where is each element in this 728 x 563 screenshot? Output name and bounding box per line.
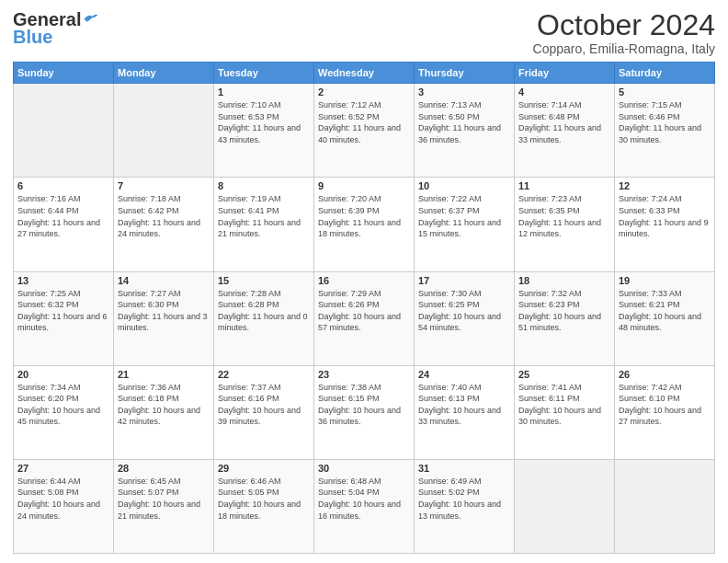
- day-info: Sunrise: 7:40 AM Sunset: 6:13 PM Dayligh…: [418, 382, 510, 428]
- weekday-header-sunday: Sunday: [14, 63, 114, 84]
- day-number: 4: [518, 86, 610, 98]
- day-info: Sunrise: 6:46 AM Sunset: 5:05 PM Dayligh…: [218, 476, 310, 522]
- logo: General Blue: [13, 9, 99, 48]
- day-number: 14: [118, 275, 210, 286]
- day-info: Sunrise: 7:23 AM Sunset: 6:35 PM Dayligh…: [518, 193, 610, 239]
- day-number: 24: [418, 369, 510, 380]
- day-info: Sunrise: 6:45 AM Sunset: 5:07 PM Dayligh…: [118, 476, 210, 522]
- calendar-cell: 22 Sunrise: 7:37 AM Sunset: 6:16 PM Dayl…: [214, 365, 314, 459]
- day-number: 3: [418, 86, 510, 98]
- calendar-cell: [515, 459, 615, 553]
- day-number: 10: [418, 180, 510, 191]
- calendar-week-2: 6 Sunrise: 7:16 AM Sunset: 6:44 PM Dayli…: [14, 178, 715, 271]
- calendar-cell: 23 Sunrise: 7:38 AM Sunset: 6:15 PM Dayl…: [314, 365, 415, 459]
- calendar-cell: [14, 84, 114, 178]
- calendar-cell: 6 Sunrise: 7:16 AM Sunset: 6:44 PM Dayli…: [14, 178, 114, 271]
- day-number: 29: [218, 463, 310, 474]
- page-subtitle: Copparo, Emilia-Romagna, Italy: [533, 41, 715, 56]
- calendar-week-1: 1 Sunrise: 7:10 AM Sunset: 6:53 PM Dayli…: [14, 84, 715, 178]
- calendar-cell: 15 Sunrise: 7:28 AM Sunset: 6:28 PM Dayl…: [214, 271, 314, 365]
- weekday-header-tuesday: Tuesday: [214, 63, 314, 84]
- day-info: Sunrise: 7:28 AM Sunset: 6:28 PM Dayligh…: [218, 288, 310, 334]
- day-info: Sunrise: 7:37 AM Sunset: 6:16 PM Dayligh…: [218, 382, 310, 428]
- day-info: Sunrise: 7:13 AM Sunset: 6:50 PM Dayligh…: [418, 99, 510, 145]
- day-info: Sunrise: 7:36 AM Sunset: 6:18 PM Dayligh…: [118, 382, 210, 428]
- day-number: 5: [619, 86, 711, 98]
- day-number: 11: [518, 180, 610, 191]
- calendar-cell: 25 Sunrise: 7:41 AM Sunset: 6:11 PM Dayl…: [515, 365, 615, 459]
- calendar-cell: 4 Sunrise: 7:14 AM Sunset: 6:48 PM Dayli…: [515, 84, 615, 178]
- calendar-cell: 9 Sunrise: 7:20 AM Sunset: 6:39 PM Dayli…: [314, 178, 415, 271]
- calendar-cell: 2 Sunrise: 7:12 AM Sunset: 6:52 PM Dayli…: [314, 84, 415, 178]
- day-info: Sunrise: 7:18 AM Sunset: 6:42 PM Dayligh…: [118, 193, 210, 239]
- calendar-week-5: 27 Sunrise: 6:44 AM Sunset: 5:08 PM Dayl…: [14, 459, 715, 553]
- day-info: Sunrise: 7:29 AM Sunset: 6:26 PM Dayligh…: [318, 288, 410, 334]
- day-info: Sunrise: 7:10 AM Sunset: 6:53 PM Dayligh…: [218, 99, 310, 145]
- calendar-cell: 27 Sunrise: 6:44 AM Sunset: 5:08 PM Dayl…: [14, 459, 114, 553]
- day-number: 31: [418, 463, 510, 474]
- calendar-cell: 20 Sunrise: 7:34 AM Sunset: 6:20 PM Dayl…: [14, 365, 114, 459]
- day-number: 2: [318, 86, 410, 98]
- day-number: 20: [17, 369, 109, 380]
- day-number: 26: [619, 369, 711, 380]
- calendar-cell: 8 Sunrise: 7:19 AM Sunset: 6:41 PM Dayli…: [214, 178, 314, 271]
- weekday-header-thursday: Thursday: [415, 63, 515, 84]
- day-info: Sunrise: 7:15 AM Sunset: 6:46 PM Dayligh…: [619, 99, 711, 145]
- calendar-cell: 16 Sunrise: 7:29 AM Sunset: 6:26 PM Dayl…: [314, 271, 415, 365]
- page: General Blue October 2024 Copparo, Emili…: [0, 0, 728, 563]
- day-info: Sunrise: 6:44 AM Sunset: 5:08 PM Dayligh…: [17, 476, 109, 522]
- day-info: Sunrise: 7:34 AM Sunset: 6:20 PM Dayligh…: [17, 382, 109, 428]
- day-info: Sunrise: 7:12 AM Sunset: 6:52 PM Dayligh…: [318, 99, 410, 145]
- day-info: Sunrise: 6:48 AM Sunset: 5:04 PM Dayligh…: [318, 476, 410, 522]
- calendar-cell: 12 Sunrise: 7:24 AM Sunset: 6:33 PM Dayl…: [615, 178, 715, 271]
- calendar-cell: 21 Sunrise: 7:36 AM Sunset: 6:18 PM Dayl…: [114, 365, 214, 459]
- day-info: Sunrise: 7:42 AM Sunset: 6:10 PM Dayligh…: [619, 382, 711, 428]
- day-number: 21: [118, 369, 210, 380]
- calendar-cell: [615, 459, 715, 553]
- day-info: Sunrise: 7:27 AM Sunset: 6:30 PM Dayligh…: [118, 288, 210, 334]
- day-number: 13: [17, 275, 109, 286]
- day-number: 7: [118, 180, 210, 191]
- day-number: 27: [17, 463, 109, 474]
- day-number: 8: [218, 180, 310, 191]
- day-info: Sunrise: 7:14 AM Sunset: 6:48 PM Dayligh…: [518, 99, 610, 145]
- calendar-cell: 7 Sunrise: 7:18 AM Sunset: 6:42 PM Dayli…: [114, 178, 214, 271]
- calendar-cell: 13 Sunrise: 7:25 AM Sunset: 6:32 PM Dayl…: [14, 271, 114, 365]
- day-info: Sunrise: 7:41 AM Sunset: 6:11 PM Dayligh…: [518, 382, 610, 428]
- calendar-cell: 11 Sunrise: 7:23 AM Sunset: 6:35 PM Dayl…: [515, 178, 615, 271]
- day-number: 12: [619, 180, 711, 191]
- day-number: 18: [518, 275, 610, 286]
- day-info: Sunrise: 7:30 AM Sunset: 6:25 PM Dayligh…: [418, 288, 510, 334]
- calendar-cell: 1 Sunrise: 7:10 AM Sunset: 6:53 PM Dayli…: [214, 84, 314, 178]
- page-title: October 2024: [533, 9, 715, 41]
- day-info: Sunrise: 7:24 AM Sunset: 6:33 PM Dayligh…: [619, 193, 711, 239]
- weekday-header-saturday: Saturday: [615, 63, 715, 84]
- calendar-cell: 28 Sunrise: 6:45 AM Sunset: 5:07 PM Dayl…: [114, 459, 214, 553]
- weekday-header-wednesday: Wednesday: [314, 63, 415, 84]
- day-number: 1: [218, 86, 310, 98]
- day-number: 17: [418, 275, 510, 286]
- calendar-cell: 18 Sunrise: 7:32 AM Sunset: 6:23 PM Dayl…: [515, 271, 615, 365]
- day-info: Sunrise: 7:25 AM Sunset: 6:32 PM Dayligh…: [17, 288, 109, 334]
- calendar-cell: 19 Sunrise: 7:33 AM Sunset: 6:21 PM Dayl…: [615, 271, 715, 365]
- day-info: Sunrise: 7:38 AM Sunset: 6:15 PM Dayligh…: [318, 382, 410, 428]
- title-block: October 2024 Copparo, Emilia-Romagna, It…: [533, 9, 715, 56]
- calendar-cell: 14 Sunrise: 7:27 AM Sunset: 6:30 PM Dayl…: [114, 271, 214, 365]
- calendar-cell: 5 Sunrise: 7:15 AM Sunset: 6:46 PM Dayli…: [615, 84, 715, 178]
- header: General Blue October 2024 Copparo, Emili…: [13, 9, 715, 56]
- weekday-header-friday: Friday: [515, 63, 615, 84]
- day-info: Sunrise: 7:22 AM Sunset: 6:37 PM Dayligh…: [418, 193, 510, 239]
- calendar-cell: 17 Sunrise: 7:30 AM Sunset: 6:25 PM Dayl…: [415, 271, 515, 365]
- calendar-cell: 26 Sunrise: 7:42 AM Sunset: 6:10 PM Dayl…: [615, 365, 715, 459]
- day-number: 25: [518, 369, 610, 380]
- weekday-header-monday: Monday: [114, 63, 214, 84]
- day-number: 9: [318, 180, 410, 191]
- day-info: Sunrise: 7:32 AM Sunset: 6:23 PM Dayligh…: [518, 288, 610, 334]
- day-number: 15: [218, 275, 310, 286]
- calendar-cell: 29 Sunrise: 6:46 AM Sunset: 5:05 PM Dayl…: [214, 459, 314, 553]
- day-number: 16: [318, 275, 410, 286]
- logo-blue: Blue: [13, 27, 52, 48]
- calendar-table: SundayMondayTuesdayWednesdayThursdayFrid…: [13, 62, 715, 554]
- day-info: Sunrise: 7:19 AM Sunset: 6:41 PM Dayligh…: [218, 193, 310, 239]
- day-number: 19: [619, 275, 711, 286]
